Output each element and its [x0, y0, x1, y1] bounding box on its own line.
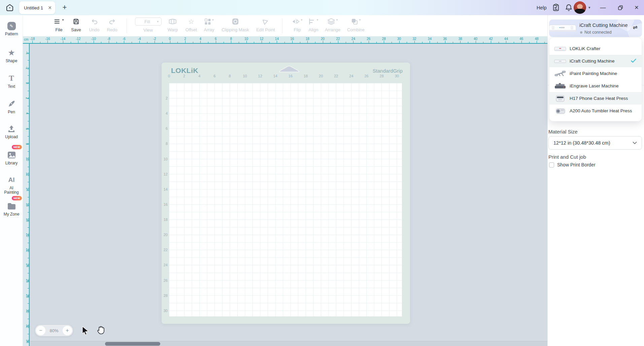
save-button[interactable]: Save [71, 17, 81, 32]
mat-ruler-label: 6 [162, 126, 168, 130]
mat-ruler-label: 10 [162, 157, 168, 161]
ruler-unit-label: cm [23, 36, 30, 44]
material-size-select[interactable]: 12*12 in (30.48*30.48 cm) [548, 136, 642, 150]
toolbar-divider [127, 18, 127, 33]
bell-icon [565, 4, 572, 11]
fill-select[interactable]: Fill▾ [135, 17, 162, 26]
ai-icon: AI [0, 176, 23, 184]
sidebar-item-library[interactable]: NEW Library [0, 151, 23, 165]
zoom-control: − 80% + [35, 325, 73, 336]
machine-row[interactable]: iEngrave Laser Machine [549, 80, 642, 92]
array-button[interactable]: ▾ Array [204, 17, 214, 32]
clipping-mask-button[interactable]: Clipping Mask [222, 17, 249, 32]
library-icon [7, 151, 16, 159]
toolbar-divider [282, 18, 282, 33]
ruler-tick [208, 42, 208, 43]
ruler-tick [284, 42, 285, 43]
warp-button[interactable]: Warp [168, 17, 178, 32]
tab-close-icon[interactable]: ✕ [48, 5, 52, 10]
ruler-label: 24 [26, 264, 29, 267]
ruler-tick [28, 212, 29, 213]
mat-grid[interactable] [169, 83, 402, 316]
combine-button[interactable]: ▾ Combine [347, 17, 365, 32]
tool-sidebar: ✎ Pattern ★ Shape T Text Pen Upload NEW … [0, 15, 23, 346]
undo-button[interactable]: Undo [89, 17, 99, 32]
ruler-tick [514, 42, 514, 43]
cursor-arrow-icon [81, 326, 90, 335]
sidebar-item-shape[interactable]: ★ Shape [0, 48, 23, 63]
pan-tool-button[interactable] [96, 325, 105, 336]
ruler-label: 10 [26, 157, 29, 161]
ruler-label: 18 [306, 37, 309, 41]
ruler-label: 30 [26, 309, 29, 313]
ruler-tick [262, 41, 262, 43]
avatar[interactable] [574, 1, 586, 14]
home-button[interactable] [4, 2, 15, 13]
ruler-tick [28, 151, 29, 152]
offset-button[interactable]: ☆ Offset [185, 17, 197, 32]
ruler-tick [231, 41, 231, 43]
mat-ruler-label: 18 [162, 218, 168, 222]
zoom-out-button[interactable]: − [36, 326, 45, 335]
ruler-label: 20 [26, 233, 29, 237]
help-link[interactable]: Help [537, 0, 547, 15]
account-chevron-icon[interactable]: ▾ [588, 0, 590, 15]
machine-row[interactable]: LOKLiK Crafter [549, 42, 642, 55]
show-print-border-checkbox[interactable] [549, 162, 554, 167]
sidebar-item-my-zone[interactable]: NEW My Zone [0, 202, 23, 217]
ruler-tick [499, 42, 499, 43]
sidebar-item-pen[interactable]: Pen [0, 100, 23, 114]
arrange-button[interactable]: ▾ Arrange [325, 17, 340, 32]
machine-row[interactable]: A200 Auto Tumbler Heat Press [549, 105, 642, 117]
close-button[interactable]: ✕ [632, 0, 642, 15]
home-icon [5, 3, 14, 12]
document-tab[interactable]: Untitled 1 ✕ [19, 1, 55, 14]
machine-row[interactable]: iPaint Painting Machine [549, 67, 642, 80]
ruler-tick [216, 41, 216, 43]
print-cut-label: Print and Cut job [548, 154, 586, 160]
clipboard-button[interactable] [552, 0, 560, 15]
zoom-in-button[interactable]: + [63, 326, 72, 335]
mat-ruler-label: 12 [162, 172, 168, 176]
notifications-button[interactable] [565, 0, 572, 15]
flip-button[interactable]: ▾ Flip [292, 17, 303, 32]
machine-name: iCraft Cutting Machine [570, 59, 615, 64]
mat-ruler-label: 10 [243, 74, 247, 78]
scrollbar-thumb[interactable] [105, 342, 160, 346]
machine-title: iCraft Cutting Machine [579, 23, 628, 28]
machine-header-card[interactable]: iCraft Cutting Machine Not connected ⇌ [549, 20, 642, 37]
cutting-mat[interactable]: LOKLiK StandardGrip 02468101214161820222… [162, 63, 410, 324]
horizontal-scrollbar[interactable] [30, 341, 547, 346]
align-button[interactable]: ▾ Align [309, 17, 318, 32]
machine-row[interactable]: H17 Phone Case Heat Press [549, 92, 642, 105]
ruler-label: 28 [26, 294, 29, 298]
ruler-tick [277, 41, 277, 43]
switch-machine-icon[interactable]: ⇌ [633, 24, 638, 31]
file-button[interactable]: ▾ File [54, 17, 64, 32]
edit-point-button[interactable]: Edit Point [256, 17, 275, 32]
mat-ruler-label: 26 [162, 278, 168, 282]
machine-name: H17 Phone Case Heat Press [570, 96, 628, 101]
ruler-label: -4 [138, 37, 141, 41]
mat-ruler-label: 2 [183, 74, 185, 78]
select-tool-button[interactable] [81, 326, 90, 336]
machine-panel: iCraft Cutting Machine Not connected ⇌ L… [547, 15, 644, 346]
ruler-label: -18 [30, 37, 35, 41]
mat-ruler-label: 30 [162, 309, 168, 313]
sidebar-item-upload[interactable]: Upload [0, 124, 23, 139]
design-canvas[interactable]: LOKLiK StandardGrip 02468101214161820222… [30, 44, 547, 346]
ruler-label: 24 [351, 37, 355, 41]
sidebar-item-text[interactable]: T Text [0, 74, 23, 89]
redo-button[interactable]: Redo [107, 17, 117, 32]
maximize-button[interactable] [615, 0, 625, 15]
ruler-tick [369, 41, 369, 43]
minimize-button[interactable]: — [598, 0, 608, 15]
machine-thumbnail [553, 82, 567, 90]
sidebar-item-pattern[interactable]: ✎ Pattern [0, 22, 23, 36]
ruler-label: -12 [76, 37, 80, 41]
new-tab-button[interactable]: + [60, 3, 69, 12]
ruler-tick [491, 41, 491, 43]
machine-row[interactable]: iCraft Cutting Machine [549, 55, 642, 67]
sidebar-item-ai-painting[interactable]: AI AI Painting [0, 176, 23, 195]
mat-ruler-label: 24 [349, 74, 353, 78]
